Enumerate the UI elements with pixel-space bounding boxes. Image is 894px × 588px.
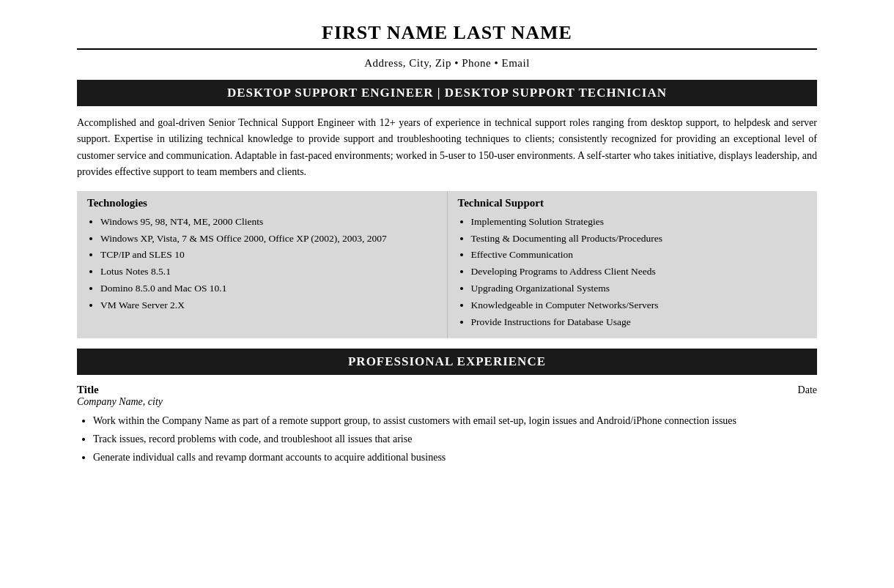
- experience-section: TitleDateCompany Name, cityWork within t…: [77, 384, 817, 466]
- experience-bullets: Work within the Company Name as part of …: [77, 412, 817, 466]
- list-item: Provide Instructions for Database Usage: [471, 314, 808, 331]
- experience-entry: TitleDateCompany Name, cityWork within t…: [77, 384, 817, 466]
- resume-header: FIRST NAME LAST NAME Address, City, Zip …: [77, 22, 817, 70]
- experience-company: Company Name, city: [77, 396, 817, 408]
- resume-container: FIRST NAME LAST NAME Address, City, Zip …: [37, 0, 857, 495]
- list-item: Implementing Solution Strategies: [471, 214, 808, 231]
- technologies-column: Technologies Windows 95, 98, NT4, ME, 20…: [77, 191, 447, 339]
- technical-support-list: Implementing Solution StrategiesTesting …: [458, 214, 808, 332]
- technical-support-title: Technical Support: [458, 197, 808, 209]
- candidate-name: FIRST NAME LAST NAME: [77, 22, 817, 44]
- list-item: Windows XP, Vista, 7 & MS Office 2000, O…: [100, 231, 437, 248]
- experience-date: Date: [798, 384, 817, 396]
- list-item: Developing Programs to Address Client Ne…: [471, 264, 808, 280]
- list-item: Track issues, record problems with code,…: [93, 431, 817, 447]
- technologies-list: Windows 95, 98, NT4, ME, 2000 ClientsWin…: [87, 214, 437, 315]
- skills-table: Technologies Windows 95, 98, NT4, ME, 20…: [77, 191, 817, 339]
- technical-support-column: Technical Support Implementing Solution …: [447, 191, 817, 339]
- list-item: Work within the Company Name as part of …: [93, 412, 817, 429]
- list-item: VM Ware Server 2.X: [100, 297, 437, 314]
- professional-experience-bar: PROFESSIONAL EXPERIENCE: [77, 349, 817, 375]
- list-item: Windows 95, 98, NT4, ME, 2000 Clients: [100, 214, 437, 231]
- summary-text: Accomplished and goal-driven Senior Tech…: [77, 115, 817, 181]
- header-divider: [77, 48, 817, 50]
- list-item: Domino 8.5.0 and Mac OS 10.1: [100, 280, 437, 297]
- list-item: Testing & Documenting all Products/Proce…: [471, 231, 808, 248]
- list-item: Effective Communication: [471, 247, 808, 264]
- list-item: TCP/IP and SLES 10: [100, 247, 437, 264]
- list-item: Generate individual calls and revamp dor…: [93, 449, 817, 466]
- experience-title: Title: [77, 384, 99, 396]
- contact-info: Address, City, Zip • Phone • Email: [77, 57, 817, 70]
- job-title-bar: DESKTOP SUPPORT ENGINEER | DESKTOP SUPPO…: [77, 80, 817, 106]
- list-item: Upgrading Organizational Systems: [471, 280, 808, 297]
- technologies-title: Technologies: [87, 197, 437, 209]
- experience-header: TitleDate: [77, 384, 817, 396]
- list-item: Lotus Notes 8.5.1: [100, 264, 437, 280]
- list-item: Knowledgeable in Computer Networks/Serve…: [471, 297, 808, 314]
